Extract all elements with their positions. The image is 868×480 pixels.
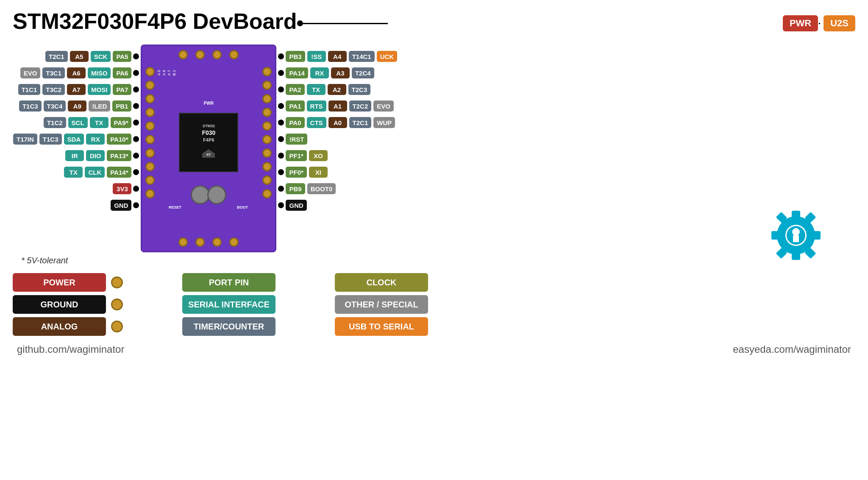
left-pin-row-10: GND <box>13 198 139 213</box>
pin-t2c3: T2C3 <box>348 84 371 95</box>
boot-button[interactable] <box>207 185 226 204</box>
pin-t2c4: T2C4 <box>352 67 374 78</box>
right-pin-row-9: PB9 BOOT0 <box>278 181 398 196</box>
pin-mosi: MOSI <box>88 84 111 95</box>
dot-pa6 <box>133 70 139 76</box>
svg-rect-5 <box>792 252 800 260</box>
page-title: STM32F030F4P6 DevBoard <box>13 8 297 34</box>
dot-pb9 <box>278 186 284 192</box>
pin-t2c1: T2C1 <box>45 51 68 62</box>
pin-evo-r4: EVO <box>373 100 394 112</box>
pad-r10 <box>262 189 272 198</box>
legend-usb: USB TO SERIAL <box>335 317 428 336</box>
legend-ground: GROUND <box>13 295 123 314</box>
pin-pf0: PF0* <box>286 167 306 178</box>
pad-r1 <box>262 67 272 76</box>
pin-a5: A5 <box>70 51 89 62</box>
svg-rect-7 <box>813 231 821 240</box>
legend-box-analog: ANALOG <box>13 317 106 336</box>
pin-cts: CTS <box>307 117 326 128</box>
footer-right: easyeda.com/wagiminator <box>733 343 851 355</box>
pin-a1: A1 <box>328 100 347 112</box>
pin-pb9: PB9 <box>286 183 305 194</box>
boot-area: BOOT <box>233 205 252 230</box>
legend-col-3: CLOCK OTHER / SPECIAL USB TO SERIAL <box>335 273 428 336</box>
gear-icon-svg <box>762 206 830 265</box>
right-pin-row-7: PF1* XO <box>278 148 398 163</box>
pad-r4 <box>262 108 272 117</box>
boot-label: BOOT <box>233 205 252 209</box>
pin-t1c2: T1C2 <box>44 117 66 128</box>
pin-a2: A2 <box>328 84 346 95</box>
left-pin-row-8: TX CLK PA14* <box>13 165 139 180</box>
legend-label-analog: ANALOG <box>41 322 78 332</box>
legend-portpin: PORT PIN <box>182 273 275 292</box>
pin-uck: UCK <box>377 51 398 62</box>
dot-pa14 <box>133 169 139 175</box>
pad-bot-4 <box>229 237 239 247</box>
right-pin-row-4: PA1 RTS A1 T2C2 EVO <box>278 98 398 114</box>
pin-rts: RTS <box>307 100 326 112</box>
dot-gnd-r <box>278 202 284 208</box>
pad-r5 <box>262 121 272 131</box>
pin-evo-l2: EVO <box>20 67 41 78</box>
pin-rst: !RST <box>286 134 307 145</box>
top-pads <box>178 50 239 59</box>
pad-r2 <box>262 81 272 90</box>
pin-xi: XI <box>309 167 328 178</box>
legend-label-serial: SERIAL INTERFACE <box>188 300 270 310</box>
pad-bot-1 <box>178 237 188 247</box>
left-pin-row-1: T2C1 A5 SCK PA5 <box>13 49 139 64</box>
pcb-label-b1: B1 <box>172 69 176 76</box>
legend-box-power: POWER <box>13 273 106 292</box>
legend-label-portpin: PORT PIN <box>209 278 249 287</box>
footer: github.com/wagiminator easyeda.com/wagim… <box>13 343 855 355</box>
dot-pa9 <box>133 120 139 126</box>
pcb-label-a6: A6 <box>162 69 166 76</box>
left-pin-row-6: T17IN T1C3 SDA RX PA10* <box>13 131 139 147</box>
footnote: * 5V-tolerant <box>21 256 855 265</box>
dot-pa5 <box>133 53 139 59</box>
pin-tx-r3: TX <box>307 84 326 95</box>
pin-t2c1-r: T2C1 <box>349 117 372 128</box>
pcb-chip: STM32 F030 F4P6 ST <box>179 113 238 172</box>
pad-l3 <box>145 94 155 103</box>
reset-area: RESET <box>165 205 184 230</box>
legend-box-serial: SERIAL INTERFACE <box>182 295 275 314</box>
dot-pb3 <box>278 53 284 59</box>
pin-pa1: PA1 <box>286 100 304 112</box>
bottom-pads <box>178 237 239 247</box>
pin-pa0: PA0 <box>286 117 304 128</box>
pin-3v3: 3V3 <box>113 183 131 194</box>
pin-wup: WUP <box>373 117 395 128</box>
svg-rect-4 <box>792 211 800 218</box>
dot-pa14-r <box>278 70 284 76</box>
dot-3v3 <box>133 186 139 192</box>
pin-dio: DIO <box>86 150 105 161</box>
legend-section: POWER GROUND ANALOG <box>13 273 855 336</box>
legend-label-power: POWER <box>43 278 75 287</box>
pin-pa9: PA9* <box>111 117 132 128</box>
pad-l6 <box>145 135 155 144</box>
pin-a9: A9 <box>68 100 86 112</box>
left-pads <box>145 67 155 198</box>
legend-other: OTHER / SPECIAL <box>335 295 428 314</box>
pcb-label-a5: A5 <box>157 69 161 76</box>
right-pins: PB3 !SS A4 T14C1 UCK PA14 RX A3 T2C4 PA2… <box>278 45 398 213</box>
pin-a0: A0 <box>328 117 347 128</box>
pin-tx-l8: TX <box>64 167 83 178</box>
pcb-label-a7: A7 <box>167 69 171 76</box>
pad-l5 <box>145 121 155 131</box>
pad-top-4 <box>229 50 239 59</box>
pin-pf1: PF1* <box>286 150 306 161</box>
pin-t3c1: T3C1 <box>42 67 65 78</box>
pad-r3 <box>262 94 272 103</box>
left-pin-row-5: T1C2 SCL TX PA9* <box>13 115 139 130</box>
legend-dot-analog <box>111 321 123 332</box>
pwr-badge: PWR <box>783 15 818 31</box>
legend-serial: SERIAL INTERFACE <box>182 295 275 314</box>
svg-rect-16 <box>793 235 799 242</box>
legend-power: POWER <box>13 273 123 292</box>
legend-label-other: OTHER / SPECIAL <box>345 300 418 310</box>
legend-box-other: OTHER / SPECIAL <box>335 295 428 314</box>
